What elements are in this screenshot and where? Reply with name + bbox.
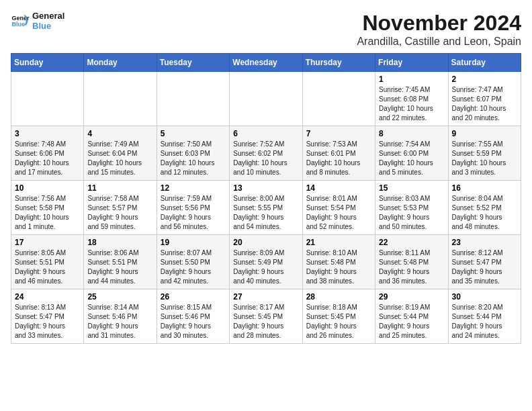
day-info: Sunrise: 7:47 AM Sunset: 6:07 PM Dayligh… (452, 85, 517, 123)
day-info: Sunrise: 8:17 AM Sunset: 5:45 PM Dayligh… (233, 303, 298, 340)
day-number: 20 (233, 238, 298, 247)
day-number: 28 (306, 292, 371, 302)
day-info: Sunrise: 8:10 AM Sunset: 5:48 PM Dayligh… (306, 248, 371, 286)
day-number: 3 (15, 129, 80, 138)
calendar-cell: 19Sunrise: 8:07 AM Sunset: 5:50 PM Dayli… (157, 235, 229, 289)
day-number: 25 (87, 292, 152, 302)
calendar-cell: 27Sunrise: 8:17 AM Sunset: 5:45 PM Dayli… (230, 289, 302, 344)
calendar-cell: 13Sunrise: 8:00 AM Sunset: 5:55 PM Dayli… (230, 181, 302, 235)
calendar-cell: 10Sunrise: 7:56 AM Sunset: 5:58 PM Dayli… (11, 181, 84, 235)
day-info: Sunrise: 8:07 AM Sunset: 5:50 PM Dayligh… (161, 248, 226, 286)
header: General Blue General Blue November 2024 … (11, 11, 521, 48)
day-info: Sunrise: 8:20 AM Sunset: 5:44 PM Dayligh… (452, 303, 517, 340)
day-number: 18 (87, 238, 152, 247)
calendar-cell: 23Sunrise: 8:12 AM Sunset: 5:47 PM Dayli… (448, 235, 521, 289)
weekday-header-tuesday: Tuesday (157, 54, 229, 72)
day-info: Sunrise: 8:04 AM Sunset: 5:52 PM Dayligh… (452, 194, 517, 232)
day-info: Sunrise: 7:53 AM Sunset: 6:01 PM Dayligh… (306, 140, 371, 177)
calendar-header-row: SundayMondayTuesdayWednesdayThursdayFrid… (11, 54, 521, 72)
title-area: November 2024 Arandilla, Castille and Le… (357, 11, 521, 48)
day-number: 30 (452, 292, 517, 302)
weekday-header-thursday: Thursday (302, 54, 375, 72)
day-info: Sunrise: 8:05 AM Sunset: 5:51 PM Dayligh… (15, 248, 80, 286)
calendar-cell: 12Sunrise: 7:59 AM Sunset: 5:56 PM Dayli… (157, 181, 229, 235)
day-info: Sunrise: 7:59 AM Sunset: 5:56 PM Dayligh… (161, 194, 226, 232)
calendar-cell: 26Sunrise: 8:15 AM Sunset: 5:46 PM Dayli… (157, 289, 229, 344)
day-number: 8 (379, 129, 444, 138)
day-number: 19 (161, 238, 226, 247)
day-info: Sunrise: 7:49 AM Sunset: 6:04 PM Dayligh… (87, 140, 152, 177)
logo-icon: General Blue (11, 11, 30, 30)
calendar-cell: 1Sunrise: 7:45 AM Sunset: 6:08 PM Daylig… (375, 72, 448, 126)
calendar-cell (230, 72, 302, 126)
calendar-cell: 29Sunrise: 8:19 AM Sunset: 5:44 PM Dayli… (375, 289, 448, 344)
calendar-cell (84, 72, 157, 126)
calendar-week-4: 17Sunrise: 8:05 AM Sunset: 5:51 PM Dayli… (11, 235, 521, 289)
calendar-cell: 9Sunrise: 7:55 AM Sunset: 5:59 PM Daylig… (448, 126, 521, 181)
day-number: 6 (233, 129, 298, 138)
day-number: 5 (161, 129, 226, 138)
day-info: Sunrise: 8:11 AM Sunset: 5:48 PM Dayligh… (379, 248, 444, 286)
day-info: Sunrise: 7:52 AM Sunset: 6:02 PM Dayligh… (233, 140, 298, 177)
calendar-week-2: 3Sunrise: 7:48 AM Sunset: 6:06 PM Daylig… (11, 126, 521, 181)
calendar-week-1: 1Sunrise: 7:45 AM Sunset: 6:08 PM Daylig… (11, 72, 521, 126)
calendar-cell: 6Sunrise: 7:52 AM Sunset: 6:02 PM Daylig… (230, 126, 302, 181)
day-number: 14 (306, 183, 371, 193)
calendar-cell: 17Sunrise: 8:05 AM Sunset: 5:51 PM Dayli… (11, 235, 84, 289)
calendar-cell: 16Sunrise: 8:04 AM Sunset: 5:52 PM Dayli… (448, 181, 521, 235)
calendar-cell: 7Sunrise: 7:53 AM Sunset: 6:01 PM Daylig… (302, 126, 375, 181)
day-number: 29 (379, 292, 444, 302)
day-number: 23 (452, 238, 517, 247)
day-info: Sunrise: 7:54 AM Sunset: 6:00 PM Dayligh… (379, 140, 444, 177)
day-info: Sunrise: 8:01 AM Sunset: 5:54 PM Dayligh… (306, 194, 371, 232)
day-info: Sunrise: 8:12 AM Sunset: 5:47 PM Dayligh… (452, 248, 517, 286)
weekday-header-monday: Monday (84, 54, 157, 72)
weekday-header-sunday: Sunday (11, 54, 84, 72)
calendar-cell: 21Sunrise: 8:10 AM Sunset: 5:48 PM Dayli… (302, 235, 375, 289)
day-number: 24 (15, 292, 80, 302)
logo-text-line2: Blue (32, 21, 64, 31)
day-number: 11 (87, 183, 152, 193)
day-number: 1 (379, 75, 444, 84)
location-title: Arandilla, Castille and Leon, Spain (357, 36, 521, 48)
calendar-cell: 30Sunrise: 8:20 AM Sunset: 5:44 PM Dayli… (448, 289, 521, 344)
day-number: 7 (306, 129, 371, 138)
calendar-cell: 3Sunrise: 7:48 AM Sunset: 6:06 PM Daylig… (11, 126, 84, 181)
day-number: 15 (379, 183, 444, 193)
day-number: 9 (452, 129, 517, 138)
day-number: 2 (452, 75, 517, 84)
day-number: 12 (161, 183, 226, 193)
calendar-cell: 20Sunrise: 8:09 AM Sunset: 5:49 PM Dayli… (230, 235, 302, 289)
calendar-cell: 8Sunrise: 7:54 AM Sunset: 6:00 PM Daylig… (375, 126, 448, 181)
day-number: 16 (452, 183, 517, 193)
svg-text:Blue: Blue (11, 21, 25, 28)
day-info: Sunrise: 8:09 AM Sunset: 5:49 PM Dayligh… (233, 248, 298, 286)
calendar-cell: 22Sunrise: 8:11 AM Sunset: 5:48 PM Dayli… (375, 235, 448, 289)
calendar-cell: 24Sunrise: 8:13 AM Sunset: 5:47 PM Dayli… (11, 289, 84, 344)
calendar-cell (302, 72, 375, 126)
day-info: Sunrise: 7:45 AM Sunset: 6:08 PM Dayligh… (379, 85, 444, 123)
calendar-cell: 18Sunrise: 8:06 AM Sunset: 5:51 PM Dayli… (84, 235, 157, 289)
calendar-cell: 4Sunrise: 7:49 AM Sunset: 6:04 PM Daylig… (84, 126, 157, 181)
day-info: Sunrise: 7:50 AM Sunset: 6:03 PM Dayligh… (161, 140, 226, 177)
weekday-header-saturday: Saturday (448, 54, 521, 72)
weekday-header-friday: Friday (375, 54, 448, 72)
calendar-cell: 14Sunrise: 8:01 AM Sunset: 5:54 PM Dayli… (302, 181, 375, 235)
calendar-cell: 2Sunrise: 7:47 AM Sunset: 6:07 PM Daylig… (448, 72, 521, 126)
day-info: Sunrise: 8:13 AM Sunset: 5:47 PM Dayligh… (15, 303, 80, 340)
day-number: 17 (15, 238, 80, 247)
day-info: Sunrise: 8:14 AM Sunset: 5:46 PM Dayligh… (87, 303, 152, 340)
month-title: November 2024 (357, 11, 521, 36)
day-number: 26 (161, 292, 226, 302)
weekday-header-wednesday: Wednesday (230, 54, 302, 72)
day-info: Sunrise: 8:18 AM Sunset: 5:45 PM Dayligh… (306, 303, 371, 340)
logo: General Blue General Blue (11, 11, 64, 31)
calendar-cell (11, 72, 84, 126)
day-number: 22 (379, 238, 444, 247)
day-number: 21 (306, 238, 371, 247)
calendar-cell: 25Sunrise: 8:14 AM Sunset: 5:46 PM Dayli… (84, 289, 157, 344)
day-info: Sunrise: 7:58 AM Sunset: 5:57 PM Dayligh… (87, 194, 152, 232)
calendar-cell: 28Sunrise: 8:18 AM Sunset: 5:45 PM Dayli… (302, 289, 375, 344)
day-info: Sunrise: 7:48 AM Sunset: 6:06 PM Dayligh… (15, 140, 80, 177)
logo-text-line1: General (32, 11, 64, 21)
